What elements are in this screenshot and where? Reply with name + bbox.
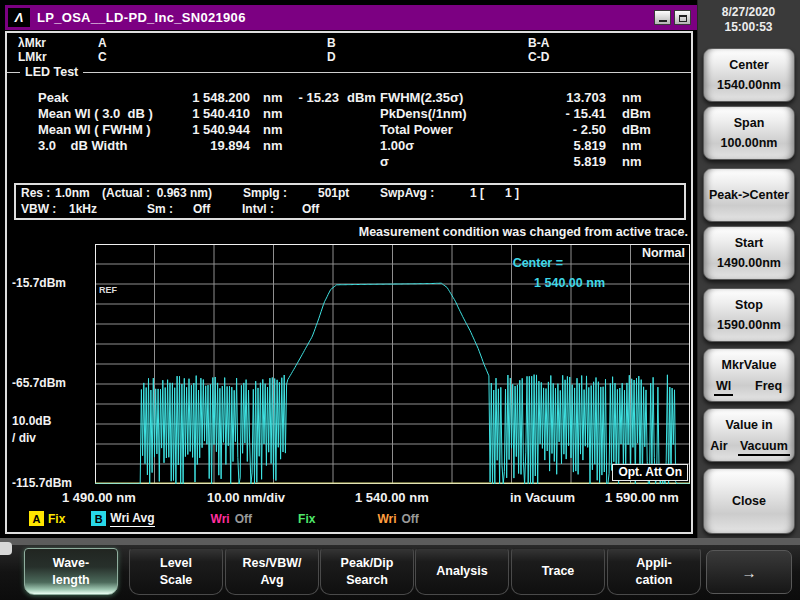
vbw-value: 1kHz [69, 202, 97, 216]
marker-b-label: B [327, 36, 336, 50]
marker-row1-name: λMkr [18, 36, 46, 50]
value-in-button[interactable]: Value in Air Vacuum [703, 408, 795, 462]
peak-level-unit: dBm [347, 90, 376, 105]
bottom-menu-bar: Wave-length LevelScale Res/VBW/Avg Peak/… [0, 538, 800, 600]
marker-c-d-label: C-D [528, 50, 549, 64]
total-power-unit: dBm [622, 122, 651, 137]
sm-label: Sm : [147, 202, 173, 216]
anritsu-logo-icon: Λ [8, 8, 30, 27]
sigma2-label: σ [380, 154, 389, 169]
fwhm-unit: nm [622, 90, 642, 105]
trace-e-state: Off [402, 512, 419, 526]
smplg-value: 501pt [318, 186, 349, 200]
x-axis-start-label: 1 490.00 nm [62, 490, 136, 505]
swpavg-value: 1 [ [470, 186, 484, 200]
sigma2-unit: nm [622, 154, 642, 169]
sigma1-label: 1.00σ [380, 138, 414, 153]
trace-legend: A Fix B Wri Avg Wri Off Fix Wri Off [29, 510, 419, 527]
marker-a-label: A [98, 36, 107, 50]
maximize-icon [679, 15, 687, 22]
x-axis-center-label: 1 540.00 nm [355, 490, 429, 505]
y-axis-mid-label: -65.7dBm [12, 376, 66, 390]
graph-plot[interactable]: Normal Center = 1 540.00 nm REF Opt. Att… [95, 244, 690, 484]
trace-b-badge[interactable]: B [91, 511, 106, 526]
peak-label: Peak [38, 90, 68, 105]
tab-analysis[interactable]: Analysis [415, 548, 509, 595]
x-axis-medium-label: in Vacuum [510, 490, 575, 505]
mean-wl-fwhm-unit: nm [263, 122, 283, 137]
trace-e-mode[interactable]: Wri [377, 512, 396, 526]
pkdens-value: - 15.41 [507, 106, 606, 121]
x-axis-div-label: 10.00 nm/div [207, 490, 285, 505]
minimize-icon [659, 20, 667, 22]
trace-b-mode[interactable]: Wri Avg [110, 511, 154, 527]
status-message: Measurement condition was changed from a… [359, 225, 688, 239]
start-button[interactable]: Start 1490.00nm [703, 226, 795, 280]
led-test-title: LED Test [20, 65, 83, 79]
stop-button[interactable]: Stop 1590.00nm [703, 288, 795, 342]
swpavg-label: SwpAvg : [380, 186, 434, 200]
osa-application-window: 8/27/2020 15:00:53 Λ LP_OSA__LD-PD_Inc_S… [0, 0, 800, 600]
intvl-label: Intvl : [242, 202, 274, 216]
date-text: 8/27/2020 [699, 5, 798, 20]
swpavg-bracket-value: 1 ] [505, 186, 519, 200]
res-value: 1.0nm [55, 186, 90, 200]
res-label: Res : [21, 186, 50, 200]
peak-to-center-button[interactable]: Peak->Center [703, 168, 795, 222]
res-actual-value: (Actual : 0.963 nm) [102, 186, 212, 200]
clock: 8/27/2020 15:00:53 [699, 5, 798, 35]
db-width-value: 19.894 [102, 138, 250, 153]
marker-row2-name: LMkr [18, 50, 47, 64]
ref-level-label: REF [99, 285, 117, 295]
trace-a-mode[interactable]: Fix [48, 512, 65, 526]
tab-level-scale[interactable]: LevelScale [129, 548, 223, 595]
total-power-value: - 2.50 [507, 122, 606, 137]
tab-trace[interactable]: Trace [511, 548, 605, 595]
y-axis-scale-unit: / div [12, 431, 36, 445]
tab-res-vbw-avg[interactable]: Res/VBW/Avg [225, 548, 319, 595]
value-in-option-vacuum[interactable]: Vacuum [738, 439, 790, 456]
fwhm-value: 13.703 [507, 90, 606, 105]
span-button[interactable]: Span 100.00nm [703, 106, 795, 160]
window-controls [654, 10, 691, 25]
trace-c-mode[interactable]: Wri [211, 512, 230, 526]
maximize-button[interactable] [674, 10, 691, 25]
optical-attenuator-badge: Opt. Att On [612, 464, 688, 481]
more-menu-arrow-button[interactable]: → [706, 550, 792, 594]
bottom-bar-strip [0, 538, 800, 545]
window-title: LP_OSA__LD-PD_Inc_SN021906 [37, 10, 246, 25]
minimize-button[interactable] [654, 10, 671, 25]
sigma1-value: 5.819 [507, 138, 606, 153]
peak-value: 1 548.200 [102, 90, 250, 105]
peak-unit: nm [263, 90, 283, 105]
tab-application[interactable]: Appli-cation [607, 548, 701, 595]
trace-c-state: Off [235, 512, 252, 526]
y-axis-ref-label: -15.7dBm [12, 276, 66, 290]
mkr-value-option-wl[interactable]: Wl [714, 379, 733, 396]
mean-wl-3db-value: 1 540.410 [102, 106, 250, 121]
marker-d-label: D [327, 50, 336, 64]
mean-wl-3db-unit: nm [263, 106, 283, 121]
x-axis-stop-label: 1 590.00 nm [605, 490, 679, 505]
main-screen: λMkr A B B-A LMkr C D C-D LED Test Peak … [5, 31, 693, 534]
db-width-unit: nm [263, 138, 283, 153]
marker-b-a-label: B-A [528, 36, 549, 50]
title-bar: Λ LP_OSA__LD-PD_Inc_SN021906 [5, 5, 697, 30]
vbw-label: VBW : [21, 202, 56, 216]
center-button[interactable]: Center 1540.00nm [703, 48, 795, 102]
close-button[interactable]: Close [703, 468, 795, 534]
pkdens-label: PkDens(/1nm) [380, 106, 467, 121]
tab-wavelength[interactable]: Wave-length [24, 548, 118, 595]
sm-value: Off [193, 202, 210, 216]
time-text: 15:00:53 [699, 20, 798, 35]
smplg-label: Smplg : [243, 186, 287, 200]
sigma1-unit: nm [622, 138, 642, 153]
trace-d-mode[interactable]: Fix [298, 512, 315, 526]
value-in-option-air[interactable]: Air [708, 439, 729, 456]
center-annotation-label: Center = [513, 256, 563, 270]
trace-mode-label: Normal [642, 246, 685, 260]
mkr-value-option-freq[interactable]: Freq [753, 379, 784, 396]
trace-a-badge[interactable]: A [29, 511, 44, 526]
tab-peak-dip-search[interactable]: Peak/DipSearch [320, 548, 414, 595]
mkr-value-button[interactable]: MkrValue Wl Freq [703, 348, 795, 402]
